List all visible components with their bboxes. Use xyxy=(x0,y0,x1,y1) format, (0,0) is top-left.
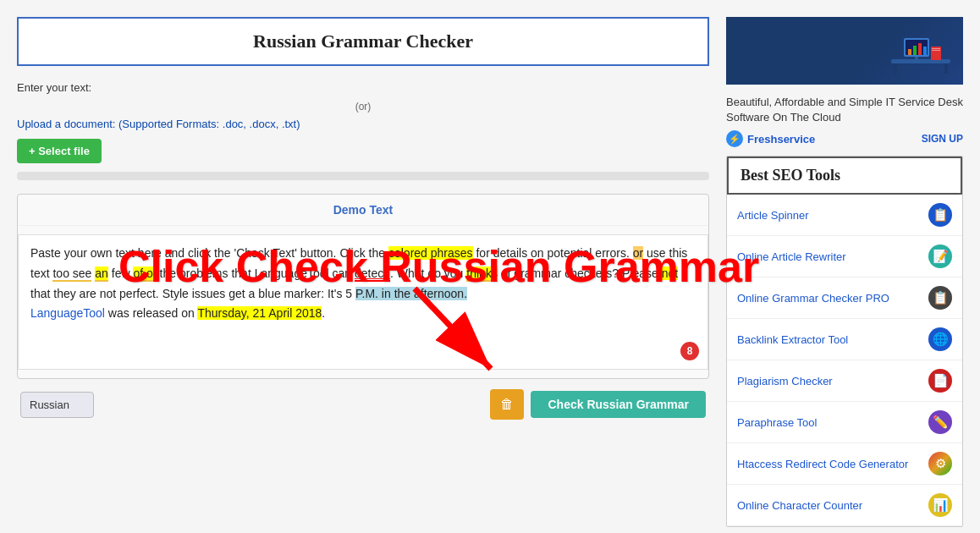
ad-banner xyxy=(726,17,963,85)
demo-highlighted-10: Thursday, 21 April 2018 xyxy=(197,306,322,320)
sidebar: Beautiful, Affordable and Simple IT Serv… xyxy=(726,17,963,527)
demo-text-line10: ease xyxy=(632,266,661,280)
title-box: Russian Grammar Checker xyxy=(17,17,709,66)
demo-text-body[interactable]: Paste your own text here and click the '… xyxy=(18,234,708,370)
brand-name: Freshservice xyxy=(747,133,815,146)
svg-rect-9 xyxy=(915,57,918,60)
seo-link-7[interactable]: Online Character Counter xyxy=(737,499,928,512)
seo-link-3[interactable]: Backlink Extractor Tool xyxy=(737,333,928,346)
svg-rect-11 xyxy=(932,48,940,49)
demo-text-line9: of grammar checkers? Pl xyxy=(498,266,633,280)
demo-text-line11: that they are not perfect. Style issues … xyxy=(30,287,355,300)
page-wrapper: Russian Grammar Checker Enter your text:… xyxy=(0,0,980,533)
demo-highlighted-1: colored phrases xyxy=(388,246,473,260)
svg-rect-2 xyxy=(891,59,950,63)
seo-list-item[interactable]: Article Spinner📋 xyxy=(727,195,962,236)
seo-icon-3: 🌐 xyxy=(928,327,952,351)
demo-section-wrapper: Click Check Russian Grammar Demo Text Pa… xyxy=(17,194,709,379)
demo-highlighted-2: or xyxy=(633,246,643,260)
demo-text-line8: . What do you xyxy=(390,266,466,280)
demo-text-line7: lems that LanguageTool can xyxy=(203,266,355,280)
demo-text-line6: the prob xyxy=(157,266,203,280)
svg-rect-6 xyxy=(913,46,917,55)
demo-text-languagetool: LanguageTool xyxy=(30,306,105,320)
demo-text-line2: for details on potential errors. xyxy=(473,246,633,260)
seo-header: Best SEO Tools xyxy=(727,157,962,195)
demo-text-section: Demo Text Paste your own text here and c… xyxy=(17,194,709,379)
main-column: Russian Grammar Checker Enter your text:… xyxy=(17,17,709,527)
progress-bar xyxy=(17,172,709,180)
svg-rect-8 xyxy=(923,47,927,55)
seo-link-4[interactable]: Plagiarism Checker xyxy=(737,375,928,387)
or-label: (or) xyxy=(17,101,709,113)
language-select[interactable]: Russian xyxy=(20,392,94,418)
trash-button[interactable]: 🗑 xyxy=(490,389,524,420)
demo-text-released: was released on xyxy=(105,306,197,320)
seo-list-item[interactable]: Paraphrase Tool✏️ xyxy=(727,402,962,443)
demo-highlighted-4: an xyxy=(95,266,108,282)
desk-illustration xyxy=(887,21,955,80)
ad-brand: ⚡ Freshservice xyxy=(726,130,815,147)
svg-rect-13 xyxy=(894,63,897,74)
demo-text-period: . xyxy=(322,306,325,320)
bottom-bar: Russian 🗑 Check Russian Grammar xyxy=(17,389,709,420)
seo-icon-2: 📋 xyxy=(928,286,952,310)
seo-icon-5: ✏️ xyxy=(928,410,952,434)
brand-icon: ⚡ xyxy=(726,130,743,147)
svg-rect-14 xyxy=(944,63,948,74)
enter-text-label: Enter your text: xyxy=(17,81,709,94)
ad-title: Beautiful, Affordable and Simple IT Serv… xyxy=(726,95,963,125)
ad-banner-inner xyxy=(726,17,963,85)
upload-row: Upload a document: (Supported Formats: .… xyxy=(17,118,709,130)
seo-link-5[interactable]: Paraphrase Tool xyxy=(737,416,928,429)
page-title: Russian Grammar Checker xyxy=(36,30,691,52)
language-selector-wrapper: Russian xyxy=(20,392,94,418)
seo-list-item[interactable]: Online Article Rewriter📝 xyxy=(727,236,962,277)
seo-icon-1: 📝 xyxy=(928,245,952,268)
demo-text-line5: few xyxy=(108,266,134,280)
demo-highlighted-3: too see xyxy=(52,266,91,282)
svg-rect-12 xyxy=(932,50,940,51)
seo-list-item[interactable]: Backlink Extractor Tool🌐 xyxy=(727,319,962,360)
bottom-buttons: 🗑 Check Russian Grammar xyxy=(490,389,706,420)
check-grammar-button[interactable]: Check Russian Grammar xyxy=(531,391,706,418)
demo-text-line1: Paste your own text here and click the '… xyxy=(30,246,388,260)
trash-icon: 🗑 xyxy=(500,397,514,412)
seo-icon-0: 📋 xyxy=(928,203,952,227)
seo-icon-4: 📄 xyxy=(928,369,952,393)
seo-list-item[interactable]: Plagiarism Checker📄 xyxy=(727,360,962,402)
svg-rect-7 xyxy=(918,43,922,55)
seo-list-item[interactable]: Online Grammar Checker PRO📋 xyxy=(727,277,962,319)
demo-text-header: Demo Text xyxy=(18,195,708,226)
demo-highlighted-8: not xyxy=(662,266,678,280)
ad-brand-row: ⚡ Freshservice SIGN UP xyxy=(726,130,963,147)
seo-icon-7: 📊 xyxy=(928,493,952,517)
select-file-button[interactable]: + Select file xyxy=(17,139,102,163)
seo-list-item[interactable]: Online Character Counter📊 xyxy=(727,485,962,526)
seo-box: Best SEO Tools Article Spinner📋Online Ar… xyxy=(726,156,963,527)
seo-link-2[interactable]: Online Grammar Checker PRO xyxy=(737,292,928,305)
seo-link-0[interactable]: Article Spinner xyxy=(737,209,928,222)
seo-list-item[interactable]: Htaccess Redirect Code Generator⚙ xyxy=(727,443,962,485)
demo-highlighted-5: of of xyxy=(133,266,156,282)
signup-link[interactable]: SIGN UP xyxy=(922,133,963,145)
demo-highlighted-7: thinks xyxy=(466,266,498,282)
demo-highlighted-9: P.M. in the afternoon. xyxy=(355,287,467,300)
ad-text-block: Beautiful, Affordable and Simple IT Serv… xyxy=(726,90,963,156)
demo-highlighted-6: detecd xyxy=(355,266,390,282)
error-badge: 8 xyxy=(680,342,699,360)
seo-list: Article Spinner📋Online Article Rewriter📝… xyxy=(727,195,962,526)
upload-label: Upload a document: (Supported Formats: .… xyxy=(17,118,300,130)
seo-link-1[interactable]: Online Article Rewriter xyxy=(737,250,928,263)
seo-icon-6: ⚙ xyxy=(928,452,952,475)
seo-link-6[interactable]: Htaccess Redirect Code Generator xyxy=(737,458,928,470)
svg-rect-5 xyxy=(908,49,911,55)
